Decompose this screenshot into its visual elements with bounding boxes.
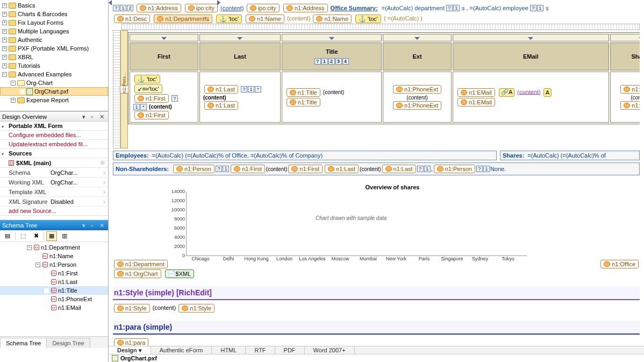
kv-row[interactable]: Template XML› bbox=[0, 187, 108, 197]
col-title[interactable]: Title ?1234 bbox=[282, 42, 382, 70]
tag-address-close[interactable]: n1:Address bbox=[283, 4, 328, 12]
col-email[interactable]: EMail bbox=[453, 42, 609, 70]
tree-item[interactable]: +Expense Report bbox=[0, 96, 108, 104]
office-summary-label: Office Summary: bbox=[331, 5, 378, 11]
view-tab[interactable]: Word 2007+ bbox=[305, 346, 355, 354]
design-overview-title: Design Overview bbox=[2, 113, 47, 120]
col-first[interactable]: First bbox=[130, 42, 198, 70]
autocalc-text: ( =(AutoCalc) ) bbox=[384, 15, 423, 22]
tool-2[interactable]: ⬚ bbox=[18, 231, 28, 241]
schema-item[interactable]: −‹›n1:Person bbox=[0, 260, 108, 269]
xml-main-row[interactable]: ⟨⟩ $XML (main) ⊕ bbox=[0, 158, 108, 168]
pin-icon[interactable]: ▫ bbox=[91, 222, 97, 229]
tree-item[interactable]: +PXF (Portable XML Forms) bbox=[0, 44, 108, 53]
chart-annotation: Chart drawn with sample data bbox=[316, 215, 387, 221]
tag-department[interactable]: n1:Department ⇆ bbox=[154, 15, 212, 23]
tag-name[interactable]: n1:Name bbox=[246, 15, 284, 23]
tree-item[interactable]: −Advanced Examples bbox=[0, 70, 108, 79]
update-extract-link[interactable]: Update/extract embedded fil... bbox=[9, 141, 88, 147]
tag-style-close[interactable]: n1:Style bbox=[178, 304, 214, 313]
cell-ext[interactable]: n1:PhoneExt (content) n1:PhoneExt bbox=[383, 72, 452, 123]
schema-item[interactable]: ‹›n1:Title bbox=[0, 286, 108, 295]
schema-item[interactable]: ‹›n1:EMail bbox=[0, 303, 108, 312]
tool-4[interactable]: ▦ bbox=[46, 231, 57, 241]
view-tab[interactable]: PDF bbox=[275, 346, 305, 354]
tag-para[interactable]: n1:para bbox=[114, 338, 148, 346]
tree-item[interactable]: +Charts & Barcodes bbox=[0, 10, 108, 18]
schema-item[interactable]: −‹›n1:Department bbox=[0, 243, 108, 252]
portable-xml-form-section[interactable]: ▾Portable XML Form bbox=[0, 122, 108, 131]
tag-desc[interactable]: n1:Desc bbox=[114, 15, 150, 23]
tag-style[interactable]: n1:Style bbox=[114, 304, 150, 313]
schema-item[interactable]: ‹›n1:Name bbox=[0, 252, 108, 260]
cell-email[interactable]: n1:EMail 🔗A (content) A n1:EMail bbox=[453, 72, 609, 123]
tag-ipocity[interactable]: ipo:city bbox=[185, 4, 218, 12]
shares-footer: Shares: =(AutoCalc) (=(AutoCalc)% of bbox=[500, 151, 640, 160]
project-tree[interactable]: +Basics+Charts & Barcodes+Fix Layout For… bbox=[0, 0, 108, 111]
tag-orgchart-close[interactable]: n1:OrgChart bbox=[114, 269, 161, 278]
tree-item[interactable]: +Authentic bbox=[0, 36, 108, 44]
chart-title: Overview of shares bbox=[167, 184, 618, 190]
tree-item[interactable]: −Org-Chart bbox=[0, 79, 108, 87]
view-tab[interactable]: Design ▾ bbox=[109, 346, 151, 354]
tree-item[interactable]: +Multiple Languages bbox=[0, 27, 108, 36]
add-new-source-link[interactable]: add new Source... bbox=[9, 208, 56, 214]
tag-xml[interactable]: 📄$XML bbox=[165, 269, 195, 278]
schema-item[interactable]: ‹›n1:PhoneExt bbox=[0, 295, 108, 303]
tag-ipocity-close[interactable]: ipo:city bbox=[247, 4, 280, 12]
design-overview-body: ▾Portable XML Form Configure embedded fi… bbox=[0, 122, 108, 220]
breadcrumb-row-2: n1:Desc n1:Department ⇆ ⚓'toc' n1:Name (… bbox=[113, 14, 640, 24]
col-shares[interactable]: Shares bbox=[610, 42, 640, 70]
style-section-header: n1:Style (simple) [RichEdit] bbox=[113, 286, 640, 300]
tag-toc[interactable]: ⚓'toc' bbox=[216, 15, 242, 23]
cell-first[interactable]: ⚓'toc' ↙ BM 'toc' n1:First ? 1* (content… bbox=[130, 72, 198, 123]
para-section-header: n1:para (simple) bbox=[113, 321, 640, 335]
cell-last[interactable]: n1:Last ?1* (content) n1:Last bbox=[199, 72, 281, 123]
schema-item[interactable]: ‹›n1:First bbox=[0, 269, 108, 278]
ruler-horizontal[interactable] bbox=[121, 24, 640, 30]
view-tab[interactable]: Authentic eForm bbox=[151, 346, 212, 354]
cell-title[interactable]: n1:Title (content) n1:Title bbox=[282, 72, 382, 123]
tree-item[interactable]: OrgChart.pxf bbox=[0, 87, 108, 96]
person-sidebar[interactable]: n1:Pers… bbox=[120, 30, 128, 148]
close-icon[interactable]: ✕ bbox=[99, 113, 106, 120]
tree-item[interactable]: +Fix Layout Forms bbox=[0, 18, 108, 27]
kv-row[interactable]: Working XMLOrgChar...› bbox=[0, 178, 108, 187]
tab-design-tree[interactable]: Design Tree bbox=[46, 338, 90, 348]
col-ext[interactable]: Ext bbox=[383, 42, 452, 70]
shares-chart: Chart drawn with sample data 02000400060… bbox=[186, 191, 527, 256]
tool-3[interactable]: ✖ bbox=[31, 231, 41, 241]
dropdown-icon[interactable]: ▾ bbox=[82, 222, 89, 229]
tab-schema-tree[interactable]: Schema Tree bbox=[0, 338, 47, 348]
dropdown-icon[interactable]: ▾ bbox=[82, 113, 89, 120]
close-icon[interactable]: ✕ bbox=[99, 222, 106, 229]
tool-5[interactable]: ▥ bbox=[59, 231, 70, 241]
tag-address[interactable]: n1:Address bbox=[137, 4, 181, 12]
col-last[interactable]: Last bbox=[199, 42, 281, 70]
schema-tree-body[interactable]: −‹›n1:Department‹›n1:Name−‹›n1:Person‹›n… bbox=[0, 242, 108, 336]
document-tab[interactable]: OrgChart.pxf bbox=[120, 355, 157, 361]
kv-row[interactable]: SchemaOrgChar...› bbox=[0, 168, 108, 178]
design-overview-header[interactable]: Design Overview ▾ ▫ ✕ bbox=[0, 111, 108, 122]
schema-tree-header[interactable]: Schema Tree ▾ ▫ ✕ bbox=[0, 220, 108, 230]
design-area: ?12 n1:Address ipo:city (content) ipo:ci… bbox=[109, 0, 644, 362]
configure-embedded-link[interactable]: Configure embedded files... bbox=[9, 132, 81, 138]
view-tab[interactable]: RTF bbox=[246, 346, 275, 354]
view-tab[interactable]: HTML bbox=[212, 346, 246, 354]
tree-item[interactable]: +Tutorials bbox=[0, 61, 108, 70]
tool-1[interactable]: ▤ bbox=[2, 231, 13, 241]
schema-item[interactable]: ‹›n1:Last bbox=[0, 278, 108, 286]
pin-icon[interactable]: ▫ bbox=[91, 113, 97, 120]
tag-toc-2[interactable]: ⚓'toc' bbox=[355, 15, 381, 23]
design-canvas[interactable]: ?12 n1:Address ipo:city (content) ipo:ci… bbox=[109, 0, 644, 346]
tag-name-close[interactable]: n1:Name bbox=[313, 15, 352, 23]
kv-row[interactable]: XML SignatureDisabled› bbox=[0, 197, 108, 207]
cell-shares[interactable]: n1:Shares (content) n1:Shares bbox=[610, 72, 640, 123]
tree-item[interactable]: +Basics bbox=[0, 1, 108, 10]
tag-office-close[interactable]: n1:Office bbox=[600, 260, 639, 268]
sources-section[interactable]: ▾Sources bbox=[0, 149, 108, 158]
ruler-vertical[interactable] bbox=[113, 30, 120, 148]
breadcrumb-row-1: ?12 n1:Address ipo:city (content) ipo:ci… bbox=[113, 3, 640, 13]
tree-item[interactable]: +XBRL bbox=[0, 53, 108, 61]
tag-department-close[interactable]: n1:Department bbox=[114, 260, 168, 268]
